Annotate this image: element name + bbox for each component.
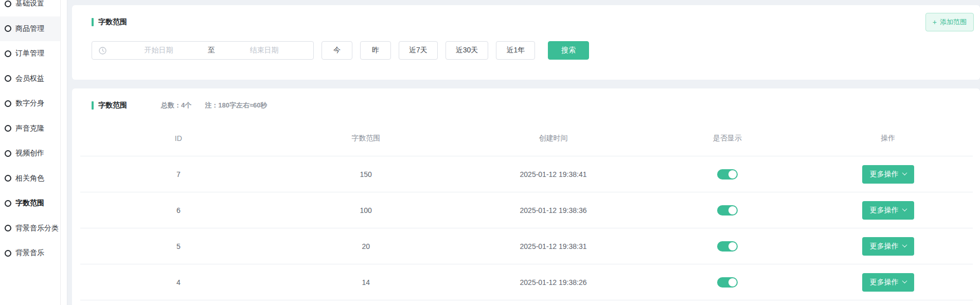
table-row: 7 150 2025-01-12 19:38:41 更多操作 xyxy=(80,156,973,192)
filter-panel-header: 字数范围 + 添加范围 xyxy=(72,5,980,30)
toggle-knob xyxy=(728,206,737,214)
sidebar-item-digital-avatar[interactable]: 数字分身 xyxy=(0,91,61,116)
sidebar-item-basic-settings[interactable]: 基础设置 xyxy=(0,0,61,16)
toggle-knob xyxy=(728,170,737,178)
more-actions-label: 更多操作 xyxy=(870,242,899,251)
chevron-down-icon xyxy=(902,242,907,247)
column-header-created: 创建时间 xyxy=(455,134,652,143)
sidebar-item-bgm[interactable]: 背景音乐 xyxy=(0,241,61,266)
cell-range: 20 xyxy=(277,242,455,250)
sidebar-item-bgm-category[interactable]: 背景音乐分类 xyxy=(0,216,61,241)
date-range-input[interactable]: 开始日期 至 结束日期 xyxy=(92,41,314,60)
table-panel-title: 字数范围 xyxy=(98,101,127,110)
circle-icon xyxy=(5,100,11,107)
sidebar-item-label: 相关角色 xyxy=(15,174,44,183)
add-range-button[interactable]: + 添加范围 xyxy=(925,13,974,31)
more-actions-button[interactable]: 更多操作 xyxy=(862,237,914,256)
sidebar-item-word-count-range[interactable]: 字数范围 xyxy=(0,191,61,216)
cell-created: 2025-01-12 19:38:36 xyxy=(455,206,652,214)
sidebar-item-label: 会员权益 xyxy=(15,74,44,83)
toggle-knob xyxy=(728,278,737,286)
sidebar-item-label: 订单管理 xyxy=(15,49,44,58)
quick-range-today-button[interactable]: 今 xyxy=(322,41,352,60)
visibility-toggle[interactable] xyxy=(717,241,738,252)
sidebar-item-label: 背景音乐 xyxy=(15,248,44,258)
cell-range: 150 xyxy=(277,170,455,178)
sidebar-item-video-creation[interactable]: 视频创作 xyxy=(0,141,61,166)
more-actions-button[interactable]: 更多操作 xyxy=(862,201,914,220)
cell-created: 2025-01-12 19:38:26 xyxy=(455,278,652,286)
end-date-placeholder: 结束日期 xyxy=(215,46,313,55)
more-actions-label: 更多操作 xyxy=(870,278,899,287)
cell-created: 2025-01-12 19:38:41 xyxy=(455,170,652,178)
cell-id: 4 xyxy=(80,278,277,286)
total-count-label: 总数：4个 xyxy=(161,101,191,110)
sidebar-item-voice-clone[interactable]: 声音克隆 xyxy=(0,116,61,141)
cell-id: 6 xyxy=(80,206,277,214)
chevron-down-icon xyxy=(902,206,907,211)
accent-bar xyxy=(92,101,94,110)
column-header-id: ID xyxy=(80,134,277,142)
table-row: 6 100 2025-01-12 19:38:36 更多操作 xyxy=(80,192,973,228)
sidebar-item-label: 背景音乐分类 xyxy=(15,224,59,233)
sidebar-item-member-benefits[interactable]: 会员权益 xyxy=(0,66,61,92)
circle-icon xyxy=(5,200,11,207)
cell-created: 2025-01-12 19:38:31 xyxy=(455,242,652,250)
more-actions-button[interactable]: 更多操作 xyxy=(862,165,914,184)
visibility-toggle[interactable] xyxy=(717,169,738,180)
sidebar-item-label: 数字分身 xyxy=(15,99,44,108)
circle-icon xyxy=(5,125,11,132)
add-range-button-label: 添加范围 xyxy=(940,17,967,27)
quick-range-7days-button[interactable]: 近7天 xyxy=(399,41,438,60)
more-actions-label: 更多操作 xyxy=(870,206,899,215)
sidebar-item-order-management[interactable]: 订单管理 xyxy=(0,41,61,66)
circle-icon xyxy=(5,1,11,7)
start-date-placeholder: 开始日期 xyxy=(110,46,208,55)
chevron-down-icon xyxy=(902,170,907,175)
circle-icon xyxy=(5,250,11,257)
sidebar-item-label: 声音克隆 xyxy=(15,124,44,133)
visibility-toggle[interactable] xyxy=(717,277,738,288)
column-header-range: 字数范围 xyxy=(277,134,455,143)
plus-icon: + xyxy=(933,19,937,26)
quick-range-yesterday-button[interactable]: 昨 xyxy=(360,41,391,60)
sidebar: 基础设置 商品管理 订单管理 会员权益 数字分身 声音克隆 视频创作 相关角色 xyxy=(0,0,67,305)
circle-icon xyxy=(5,175,11,182)
filter-panel: 字数范围 + 添加范围 开始日期 至 结束日期 今 昨 近7天 近30天 近1年… xyxy=(72,5,980,80)
toggle-knob xyxy=(728,242,737,250)
table-panel-header: 字数范围 总数：4个 注：180字左右≈60秒 xyxy=(72,88,980,113)
filter-row: 开始日期 至 结束日期 今 昨 近7天 近30天 近1年 搜索 xyxy=(92,41,980,60)
filter-panel-title: 字数范围 xyxy=(98,17,127,27)
search-button[interactable]: 搜索 xyxy=(548,41,589,60)
cell-id: 5 xyxy=(80,242,277,250)
ranges-table: ID 字数范围 创建时间 是否显示 操作 7 150 2025-01-12 19… xyxy=(80,120,973,300)
sidebar-item-label: 视频创作 xyxy=(15,149,44,158)
sidebar-item-label: 基础设置 xyxy=(15,0,44,8)
circle-icon xyxy=(5,50,11,57)
more-actions-button[interactable]: 更多操作 xyxy=(862,273,914,292)
circle-icon xyxy=(5,25,11,32)
cell-range: 14 xyxy=(277,278,455,286)
chevron-down-icon xyxy=(902,278,907,283)
column-header-visible: 是否显示 xyxy=(651,134,803,143)
cell-range: 100 xyxy=(277,206,455,214)
sidebar-item-label: 商品管理 xyxy=(15,24,44,33)
sidebar-item-related-roles[interactable]: 相关角色 xyxy=(0,166,61,191)
date-range-separator: 至 xyxy=(208,46,215,55)
sidebar-item-product-management[interactable]: 商品管理 xyxy=(0,16,61,42)
table-row: 5 20 2025-01-12 19:38:31 更多操作 xyxy=(80,228,973,264)
table-header-row: ID 字数范围 创建时间 是否显示 操作 xyxy=(80,120,973,156)
circle-icon xyxy=(5,150,11,157)
column-header-actions: 操作 xyxy=(803,134,973,143)
sidebar-scrollbar[interactable] xyxy=(60,0,67,305)
quick-range-1year-button[interactable]: 近1年 xyxy=(496,41,535,60)
visibility-toggle[interactable] xyxy=(717,205,738,216)
table-row: 4 14 2025-01-12 19:38:26 更多操作 xyxy=(80,264,973,300)
accent-bar xyxy=(92,18,94,26)
circle-icon xyxy=(5,225,11,231)
circle-icon xyxy=(5,75,11,82)
quick-range-30days-button[interactable]: 近30天 xyxy=(446,41,489,60)
table-panel: 字数范围 总数：4个 注：180字左右≈60秒 ID 字数范围 创建时间 是否显… xyxy=(72,88,980,305)
note-label: 注：180字左右≈60秒 xyxy=(205,101,267,110)
more-actions-label: 更多操作 xyxy=(870,170,899,179)
